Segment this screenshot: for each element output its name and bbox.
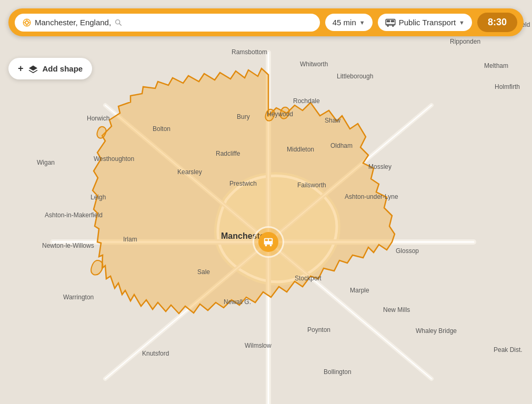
add-shape-label: Add shape (43, 64, 83, 73)
layers-icon (28, 65, 38, 73)
time-selector[interactable]: 45 min ▼ (325, 14, 373, 31)
departure-time-value: 8:30 (488, 17, 507, 27)
search-icon (114, 18, 123, 27)
svg-rect-19 (269, 239, 272, 241)
location-icon (22, 18, 32, 27)
svg-rect-20 (264, 244, 273, 245)
departure-time-badge[interactable]: 8:30 (477, 13, 517, 32)
svg-point-36 (392, 25, 394, 26)
svg-point-21 (265, 245, 267, 247)
svg-point-35 (387, 25, 388, 26)
transport-selector[interactable]: Public Transport ▼ (378, 14, 472, 31)
time-value: 45 min (333, 18, 356, 27)
time-chevron-icon: ▼ (359, 19, 365, 26)
location-input[interactable]: Manchester, England, (15, 14, 320, 32)
svg-rect-32 (386, 20, 389, 22)
marker-ring (253, 226, 284, 258)
add-shape-button[interactable]: + Add shape (8, 58, 92, 79)
svg-point-22 (270, 245, 272, 247)
transport-icon (385, 18, 396, 27)
add-shape-plus-icon: + (18, 63, 24, 74)
svg-rect-18 (265, 239, 268, 241)
transport-chevron-icon: ▼ (459, 19, 465, 26)
toolbar: Manchester, England, 45 min ▼ Public Tra… (8, 8, 524, 36)
svg-line-30 (119, 23, 122, 25)
svg-rect-33 (390, 20, 394, 22)
transport-mode-value: Public Transport (399, 18, 456, 27)
svg-point-23 (25, 21, 28, 24)
center-marker (253, 226, 284, 258)
transport-marker-icon (258, 232, 278, 252)
location-value: Manchester, England, (35, 18, 111, 27)
